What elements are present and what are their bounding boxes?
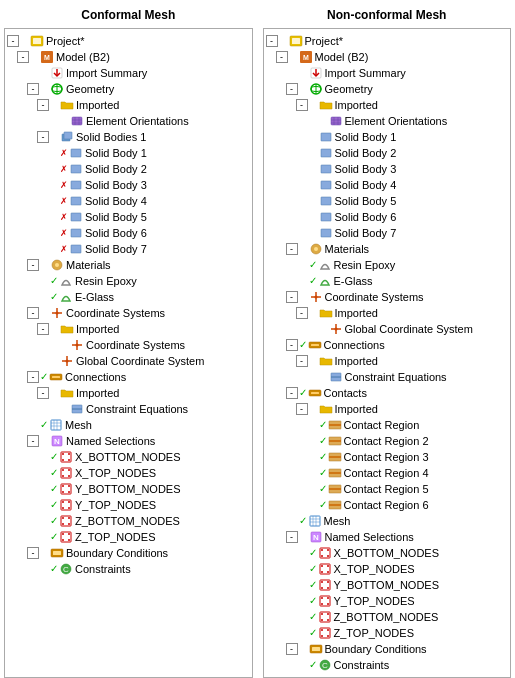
tree-item[interactable]: ✓ Z_BOTTOM_NODES (7, 513, 250, 529)
tree-item[interactable]: Constraint Equations (7, 401, 250, 417)
tree-item[interactable]: Solid Body 1 (266, 129, 509, 145)
tree-expander[interactable]: - (286, 291, 298, 303)
tree-expander[interactable]: - (286, 531, 298, 543)
tree-item[interactable]: - Project* (7, 33, 250, 49)
tree-item[interactable]: ✓ X_BOTTOM_NODES (7, 449, 250, 465)
tree-item[interactable]: - Boundary Conditions (266, 641, 509, 657)
tree-item[interactable]: - Imported (7, 321, 250, 337)
tree-expander[interactable]: - (27, 83, 39, 95)
tree-item[interactable]: - M Model (B2) (266, 49, 509, 65)
tree-expander[interactable]: - (27, 259, 39, 271)
tree-expander[interactable]: - (286, 339, 298, 351)
tree-expander[interactable]: - (296, 99, 308, 111)
tree-item[interactable]: ✓ Y_BOTTOM_NODES (7, 481, 250, 497)
tree-item[interactable]: ✓ Mesh (7, 417, 250, 433)
tree-item[interactable]: - Boundary Conditions (7, 545, 250, 561)
tree-item[interactable]: ✗ Solid Body 5 (7, 209, 250, 225)
tree-item[interactable]: Element Orientations (7, 113, 250, 129)
tree-expander[interactable]: - (296, 355, 308, 367)
tree-item[interactable]: ✗ Solid Body 4 (7, 193, 250, 209)
tree-item[interactable]: ✓ E-Glass (266, 273, 509, 289)
solid-icon (69, 210, 83, 224)
tree-expander[interactable]: - (276, 51, 288, 63)
tree-item[interactable]: ✗ Solid Body 2 (7, 161, 250, 177)
tree-item[interactable]: Import Summary (266, 65, 509, 81)
tree-item[interactable]: - Imported (7, 385, 250, 401)
tree-item[interactable]: - N Named Selections (7, 433, 250, 449)
tree-item[interactable]: ✓ Contact Region 3 (266, 449, 509, 465)
tree-item[interactable]: ✓ X_BOTTOM_NODES (266, 545, 509, 561)
tree-item[interactable]: ✓ Z_TOP_NODES (7, 529, 250, 545)
tree-item[interactable]: Solid Body 5 (266, 193, 509, 209)
tree-item[interactable]: - Imported (266, 401, 509, 417)
tree-item[interactable]: - Coordinate Systems (266, 289, 509, 305)
tree-item[interactable]: - ✓ Connections (7, 369, 250, 385)
tree-item[interactable]: - Materials (7, 257, 250, 273)
tree-item[interactable]: - Imported (7, 97, 250, 113)
tree-item[interactable]: Solid Body 3 (266, 161, 509, 177)
tree-item[interactable]: - Project* (266, 33, 509, 49)
tree-item[interactable]: - Coordinate Systems (7, 305, 250, 321)
tree-item[interactable]: Constraint Equations (266, 369, 509, 385)
tree-item[interactable]: ✓ Contact Region (266, 417, 509, 433)
tree-item[interactable]: ✗ Solid Body 7 (7, 241, 250, 257)
tree-item[interactable]: ✓ Y_TOP_NODES (266, 593, 509, 609)
tree-expander[interactable]: - (27, 435, 39, 447)
tree-item[interactable]: ✓ Contact Region 6 (266, 497, 509, 513)
tree-item[interactable]: ✓ Resin Epoxy (7, 273, 250, 289)
tree-item[interactable]: ✓ Z_BOTTOM_NODES (266, 609, 509, 625)
tree-item[interactable]: ✓ Y_TOP_NODES (7, 497, 250, 513)
tree-expander[interactable]: - (37, 131, 49, 143)
tree-expander[interactable]: - (286, 387, 298, 399)
tree-item[interactable]: - ✓ Connections (266, 337, 509, 353)
tree-item[interactable]: Solid Body 7 (266, 225, 509, 241)
tree-expander[interactable]: - (286, 643, 298, 655)
tree-item[interactable]: ✓ X_TOP_NODES (266, 561, 509, 577)
tree-expander[interactable]: - (286, 243, 298, 255)
tree-item[interactable]: Coordinate Systems (7, 337, 250, 353)
tree-item[interactable]: ✗ Solid Body 3 (7, 177, 250, 193)
tree-item[interactable]: ✓ C Constraints (7, 561, 250, 577)
tree-item[interactable]: Global Coordinate System (266, 321, 509, 337)
tree-item[interactable]: - Solid Bodies 1 (7, 129, 250, 145)
tree-item[interactable]: ✓ Mesh (266, 513, 509, 529)
tree-item[interactable]: ✓ Contact Region 4 (266, 465, 509, 481)
tree-item[interactable]: - N Named Selections (266, 529, 509, 545)
tree-expander[interactable]: - (37, 387, 49, 399)
tree-item[interactable]: - Materials (266, 241, 509, 257)
tree-expander[interactable]: - (27, 307, 39, 319)
tree-item[interactable]: - Geometry (7, 81, 250, 97)
tree-item[interactable]: - Imported (266, 305, 509, 321)
tree-expander[interactable]: - (286, 83, 298, 95)
tree-item[interactable]: Solid Body 2 (266, 145, 509, 161)
tree-item[interactable]: ✓ Y_BOTTOM_NODES (266, 577, 509, 593)
tree-expander[interactable]: - (27, 547, 39, 559)
tree-expander[interactable]: - (37, 323, 49, 335)
tree-item[interactable]: - Imported (266, 353, 509, 369)
tree-expander[interactable]: - (37, 99, 49, 111)
tree-item[interactable]: ✓ C Constraints (266, 657, 509, 673)
tree-item[interactable]: - M Model (B2) (7, 49, 250, 65)
tree-expander[interactable]: - (17, 51, 29, 63)
tree-item[interactable]: ✓ Contact Region 2 (266, 433, 509, 449)
tree-expander[interactable]: - (296, 307, 308, 319)
tree-item[interactable]: - Imported (266, 97, 509, 113)
tree-item[interactable]: Solid Body 4 (266, 177, 509, 193)
tree-item[interactable]: Solid Body 6 (266, 209, 509, 225)
tree-item[interactable]: ✓ X_TOP_NODES (7, 465, 250, 481)
tree-item[interactable]: ✓ Resin Epoxy (266, 257, 509, 273)
tree-item[interactable]: Import Summary (7, 65, 250, 81)
tree-item[interactable]: ✗ Solid Body 1 (7, 145, 250, 161)
tree-expander[interactable]: - (7, 35, 19, 47)
tree-expander[interactable]: - (27, 371, 39, 383)
tree-item[interactable]: - ✓ Contacts (266, 385, 509, 401)
tree-item[interactable]: ✓ Z_TOP_NODES (266, 625, 509, 641)
tree-item[interactable]: ✓ Contact Region 5 (266, 481, 509, 497)
tree-item[interactable]: ✓ E-Glass (7, 289, 250, 305)
tree-item[interactable]: Global Coordinate System (7, 353, 250, 369)
tree-expander[interactable]: - (296, 403, 308, 415)
tree-expander[interactable]: - (266, 35, 278, 47)
tree-item[interactable]: Element Orientations (266, 113, 509, 129)
tree-item[interactable]: - Geometry (266, 81, 509, 97)
tree-item[interactable]: ✗ Solid Body 6 (7, 225, 250, 241)
